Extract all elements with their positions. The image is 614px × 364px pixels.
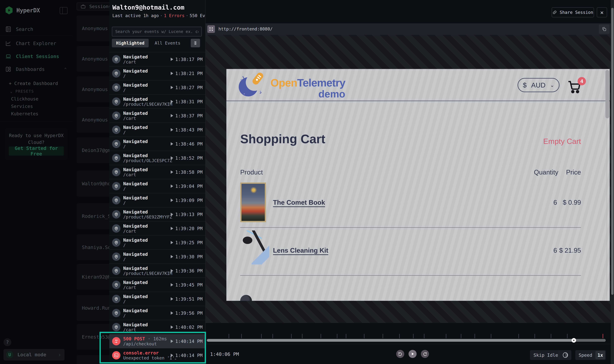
expand-icon: [209, 27, 213, 31]
play-from-here-icon[interactable]: [171, 114, 173, 117]
play-from-here-icon[interactable]: [171, 72, 173, 75]
event-main: Navigated /product/L9ECAV7KIM: [123, 97, 172, 107]
event-row[interactable]: Navigated /cart 1:38:58 PM: [109, 165, 205, 179]
play-button[interactable]: [409, 350, 417, 358]
play-from-here-icon[interactable]: [171, 312, 173, 315]
play-from-here-icon[interactable]: [171, 241, 173, 244]
event-row[interactable]: Navigated /product/OLJCESPC7Z 1:38:52 PM: [109, 151, 205, 165]
location-pin-icon: [114, 198, 119, 203]
event-main: Navigated /: [123, 308, 148, 318]
event-time: 1:38:37 PM: [175, 113, 203, 118]
event-row[interactable]: Navigated /product/6E92ZMYYFZ 1:39:13 PM: [109, 207, 205, 221]
event-main: Navigated /cart: [123, 54, 148, 65]
event-row[interactable]: Navigated /cart 1:38:17 PM: [109, 52, 205, 66]
event-title: Navigated: [123, 167, 148, 172]
event-main: Navigated /cart: [123, 167, 148, 177]
play-from-here-icon[interactable]: [171, 354, 173, 357]
play-from-here-icon[interactable]: [171, 199, 173, 202]
site-scrollbar-thumb[interactable]: [605, 70, 609, 118]
event-detail: /: [123, 299, 148, 304]
speed-control[interactable]: Speed 1x: [575, 350, 606, 360]
product-link[interactable]: The Comet Book: [273, 199, 325, 206]
event-main: Navigated /cart: [123, 111, 148, 121]
product-quantity: 6: [553, 199, 557, 206]
events-search-input[interactable]: [112, 27, 202, 37]
event-time: 1:38:27 PM: [175, 85, 203, 90]
play-from-here-icon[interactable]: [171, 339, 173, 343]
timeline-tick: [399, 334, 400, 338]
event-row[interactable]: Navigated / 1:39:51 PM: [109, 292, 205, 306]
rewind-button[interactable]: [396, 350, 404, 358]
event-row[interactable]: Navigated / 1:39:09 PM: [109, 193, 205, 207]
location-pin-icon: [114, 85, 119, 90]
event-row[interactable]: Navigated /product/L9ECAV7KIM 1:39:36 PM: [109, 264, 205, 278]
event-row[interactable]: Navigated / 1:38:27 PM: [109, 80, 205, 94]
play-from-here-icon[interactable]: [171, 227, 173, 230]
event-time: 1:39:04 PM: [175, 184, 203, 189]
event-type-icon: [112, 238, 121, 247]
timeline-tick: [273, 334, 273, 338]
copy-url-button[interactable]: [599, 25, 610, 34]
play-from-here-icon[interactable]: [171, 86, 173, 89]
event-row[interactable]: Navigated / 1:39:30 PM: [109, 249, 205, 264]
timeline-scrubber-handle[interactable]: [572, 338, 576, 343]
replay-timeline[interactable]: [205, 323, 611, 344]
product-link[interactable]: Lens Cleaning Kit: [273, 247, 328, 254]
timeline-tick: [337, 334, 337, 338]
play-from-here-icon[interactable]: [171, 213, 173, 216]
event-row[interactable]: Navigated / 1:38:46 PM: [109, 137, 205, 151]
play-from-here-icon[interactable]: [171, 58, 173, 61]
event-row[interactable]: Navigated / 1:39:04 PM: [109, 179, 205, 193]
event-row[interactable]: Navigated / 1:39:25 PM: [109, 235, 205, 249]
play-from-here-icon[interactable]: [171, 255, 173, 258]
tab-all-events[interactable]: All Events: [149, 39, 186, 47]
event-row[interactable]: 500 POST · 162ms /api/checkout 1:40:14 P…: [109, 334, 205, 348]
modal-scrollbar-thumb[interactable]: [611, 8, 614, 295]
play-from-here-icon[interactable]: [171, 156, 173, 160]
event-main: Navigated /: [123, 195, 148, 205]
event-type-icon: [112, 295, 121, 303]
event-row[interactable]: Navigated / 1:39:56 PM: [109, 306, 205, 320]
speed-value-button[interactable]: 1x: [596, 351, 605, 359]
event-row[interactable]: Navigated / 1:38:21 PM: [109, 66, 205, 80]
location-pin-icon: [114, 57, 119, 62]
hyperdx-app: { "colors":{"accent_teal":"#43a47f","err…: [0, 0, 614, 364]
event-row[interactable]: Navigated /cart 1:39:20 PM: [109, 221, 205, 235]
play-from-here-icon[interactable]: [171, 170, 173, 174]
timeline-tick: [461, 334, 461, 338]
tab-highlighted[interactable]: Highlighted: [112, 39, 149, 47]
collapse-events-button[interactable]: [191, 39, 200, 47]
event-row[interactable]: Navigated /cart 1:40:02 PM: [109, 320, 205, 334]
modal-scrollbar[interactable]: [611, 0, 614, 364]
session-events-panel: Walton9@hotmail.com Last active 1h ago·1…: [109, 0, 205, 364]
forward-button[interactable]: [421, 350, 429, 358]
play-from-here-icon[interactable]: [171, 142, 173, 145]
close-modal-button[interactable]: ✕: [597, 7, 607, 17]
currency-select[interactable]: $ AUD ⌄: [518, 78, 559, 92]
modal-backdrop[interactable]: [0, 0, 109, 364]
event-row[interactable]: Navigated / 1:38:43 PM: [109, 123, 205, 137]
event-detail: /: [123, 313, 148, 318]
cart-button[interactable]: 4: [567, 79, 587, 97]
event-detail: /cart: [123, 327, 148, 332]
event-time-group: 1:39:56 PM: [171, 311, 203, 316]
play-from-here-icon[interactable]: [171, 297, 173, 300]
play-from-here-icon[interactable]: [171, 184, 173, 188]
share-session-button[interactable]: Share Session: [552, 7, 594, 17]
event-row[interactable]: Navigated /cart 1:38:37 PM: [109, 108, 205, 123]
event-row[interactable]: Navigated /product/L9ECAV7KIM 1:38:31 PM: [109, 94, 205, 108]
timeline-tick: [534, 334, 535, 338]
play-from-here-icon[interactable]: [171, 269, 173, 272]
fullscreen-button[interactable]: [207, 25, 215, 33]
timeline-track[interactable]: [207, 339, 606, 342]
event-row[interactable]: console.error Unexpected token 'I'… 1:40…: [109, 348, 205, 362]
location-pin-icon: [114, 170, 119, 174]
play-from-here-icon[interactable]: [171, 325, 173, 329]
empty-cart-link[interactable]: Empty Cart: [543, 137, 581, 146]
skip-idle-control[interactable]: Skip Idle: [530, 350, 571, 360]
play-from-here-icon[interactable]: [171, 100, 173, 103]
play-from-here-icon[interactable]: [171, 283, 173, 286]
play-from-here-icon[interactable]: [171, 128, 173, 131]
event-row[interactable]: Navigated /cart 1:39:45 PM: [109, 278, 205, 292]
otel-logo-icon: [235, 71, 268, 98]
